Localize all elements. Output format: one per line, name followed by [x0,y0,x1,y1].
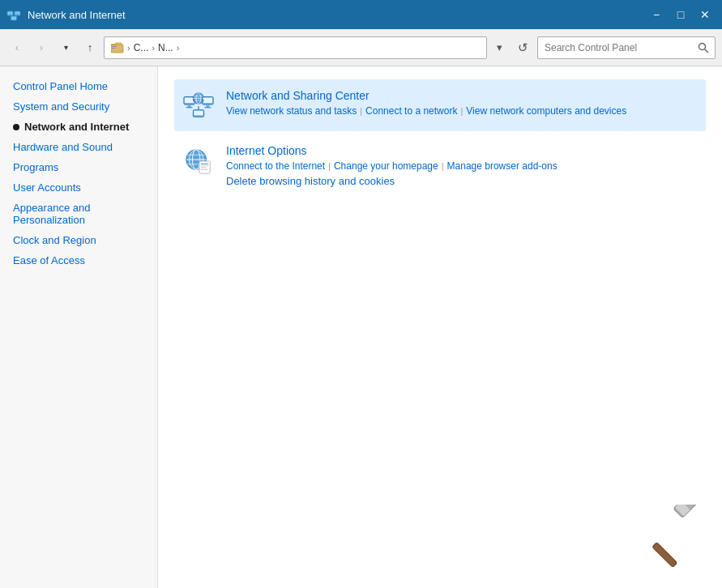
content-area: Network and Sharing Center View network … [158,66,722,588]
sidebar-item-network-and-internet: Network and Internet [0,117,157,137]
svg-rect-2 [11,16,17,20]
hammer-area [649,505,706,572]
forward-button[interactable]: › [31,36,52,59]
titlebar-app-icon [6,7,21,22]
svg-rect-14 [186,107,193,108]
svg-rect-12 [185,97,194,103]
address-path1: C... [134,42,149,53]
sidebar-label-hardware-and-sound: Hardware and Sound [13,141,113,153]
close-button[interactable]: ✕ [694,5,716,24]
minimize-button[interactable]: − [646,5,667,24]
internet-options-title[interactable]: Internet Options [226,144,698,157]
titlebar: Network and Internet − □ ✕ [0,0,722,29]
sep1: | [360,106,362,116]
connect-to-network-link[interactable]: Connect to a network [365,105,457,117]
svg-rect-27 [194,111,203,116]
address-box[interactable]: › C... › N... › [104,36,487,59]
sidebar-item-system-and-security[interactable]: System and Security [0,96,157,117]
network-sharing-content: Network and Sharing Center View network … [226,89,698,117]
svg-point-9 [699,43,706,49]
svg-rect-42 [652,543,677,568]
view-network-computers-link[interactable]: View network computers and devices [466,105,626,117]
sidebar-item-user-accounts[interactable]: User Accounts [0,177,157,198]
delete-browsing-history-link[interactable]: Delete browsing history and cookies [226,175,395,187]
svg-rect-23 [205,107,211,108]
sidebar-label-network-and-internet: Network and Internet [24,121,129,133]
svg-rect-39 [201,169,208,170]
internet-options-content: Internet Options Connect to the Internet… [226,144,698,187]
up-button[interactable]: ↑ [79,36,100,59]
hammer-icon [649,505,706,569]
sidebar-label-user-accounts: User Accounts [13,181,81,194]
sidebar-label-clock-and-region: Clock and Region [13,234,96,246]
address-sep3: › [177,43,180,53]
titlebar-controls: − □ ✕ [646,5,716,24]
address-sep2: › [152,43,155,53]
sidebar-item-ease-of-access[interactable]: Ease of Access [0,250,157,271]
internet-options-links: Connect to the Internet | Change your ho… [226,160,698,172]
connect-to-internet-link[interactable]: Connect to the Internet [226,160,325,172]
sep3: | [328,161,331,171]
refresh-button[interactable]: ↺ [511,36,534,59]
svg-rect-7 [112,46,117,47]
svg-line-10 [705,49,709,53]
view-network-status-link[interactable]: View network status and tasks [226,105,357,117]
internet-options-icon-svg [182,143,215,177]
address-sep1: › [127,43,130,53]
change-homepage-link[interactable]: Change your homepage [334,160,438,172]
manage-addons-link[interactable]: Manage browser add-ons [447,160,558,172]
sidebar-label-programs: Programs [13,161,58,173]
sidebar-item-appearance-and-personalization[interactable]: Appearance and Personalization [0,198,157,230]
svg-rect-36 [201,164,209,164]
sidebar-label-appearance-and-personalization: Appearance and Personalization [13,202,144,226]
sidebar: Control Panel Home System and Security N… [0,66,158,588]
sidebar-item-control-panel-home[interactable]: Control Panel Home [0,76,157,96]
network-sharing-links: View network status and tasks | Connect … [226,105,698,117]
internet-options-icon [182,144,215,177]
svg-rect-35 [199,161,210,173]
back-button[interactable]: ‹ [6,36,28,59]
address-dropdown-button[interactable]: ▾ [490,36,508,59]
sidebar-item-clock-and-region[interactable]: Clock and Region [0,230,157,250]
svg-rect-21 [203,97,212,103]
addressbar: ‹ › ▾ ↑ › C... › N... › ▾ ↺ [0,29,722,66]
sep2: | [460,106,463,116]
titlebar-left: Network and Internet [6,7,126,22]
sidebar-label-control-panel-home: Control Panel Home [13,80,108,92]
network-sharing-center-icon [182,88,215,122]
sidebar-label-system-and-security: System and Security [13,100,109,113]
search-icon [698,42,709,53]
category-row-internet-options: Internet Options Connect to the Internet… [174,134,706,197]
sep4: | [442,161,444,171]
sidebar-item-hardware-and-sound[interactable]: Hardware and Sound [0,137,157,157]
dropdown-recent-button[interactable]: ▾ [55,36,76,59]
search-button[interactable] [692,36,715,59]
network-sharing-icon [182,89,215,121]
search-box[interactable] [537,36,716,59]
search-input[interactable] [538,42,692,53]
network-sharing-center-title[interactable]: Network and Sharing Center [226,89,698,102]
main-layout: Control Panel Home System and Security N… [0,66,722,588]
svg-rect-8 [112,48,115,49]
internet-options-links2: Delete browsing history and cookies [226,175,698,187]
titlebar-title: Network and Internet [28,9,126,21]
address-path2: N... [158,42,173,53]
folder-icon [111,41,124,54]
category-row-network-sharing: Network and Sharing Center View network … [174,79,706,131]
sidebar-item-programs[interactable]: Programs [0,157,157,177]
svg-rect-37 [201,165,209,166]
svg-rect-38 [201,168,207,168]
active-bullet-icon [13,124,19,130]
sidebar-label-ease-of-access: Ease of Access [13,254,85,266]
maximize-button[interactable]: □ [670,5,691,24]
